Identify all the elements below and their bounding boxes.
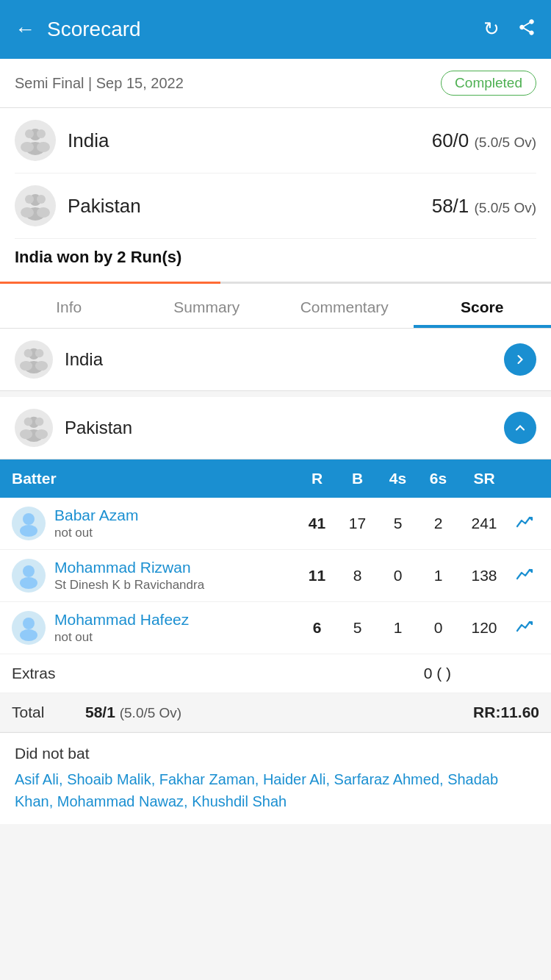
batter-name[interactable]: Mohammad Rizwan bbox=[54, 559, 204, 576]
col-sr-header: SR bbox=[458, 470, 510, 487]
svg-point-23 bbox=[35, 429, 48, 439]
svg-point-17 bbox=[35, 361, 48, 371]
batter-info: Babar Azam not out bbox=[12, 507, 297, 540]
batter-fours: 1 bbox=[378, 619, 418, 637]
batter-runs: 41 bbox=[297, 515, 337, 532]
svg-point-29 bbox=[20, 629, 37, 641]
dnb-label: Did not bat bbox=[15, 745, 536, 762]
svg-point-28 bbox=[23, 618, 35, 629]
batter-info: Mohammad Rizwan St Dinesh K b Ravichandr… bbox=[12, 559, 297, 593]
team1-row: India 60/0 (5.0/5 Ov) bbox=[15, 108, 536, 174]
batter-status: not out bbox=[54, 630, 189, 645]
batter-fours: 5 bbox=[378, 515, 418, 532]
extras-value: 0 ( ) bbox=[424, 665, 451, 682]
batter-sixes: 1 bbox=[418, 567, 458, 584]
svg-point-5 bbox=[37, 142, 50, 152]
batter-sixes: 0 bbox=[418, 619, 458, 637]
svg-point-13 bbox=[24, 349, 32, 357]
svg-point-25 bbox=[20, 525, 37, 537]
pakistan-collapse-button[interactable] bbox=[504, 412, 536, 444]
team1-score: 60/0 (5.0/5 Ov) bbox=[432, 129, 536, 152]
batter-chart-icon[interactable] bbox=[510, 619, 539, 637]
pakistan-avatar bbox=[15, 185, 56, 226]
tab-score[interactable]: Score bbox=[414, 284, 552, 328]
india-innings-header[interactable]: India bbox=[0, 329, 551, 391]
svg-point-14 bbox=[35, 349, 43, 357]
total-label: Total bbox=[12, 704, 85, 721]
batter-avatar bbox=[12, 507, 46, 540]
col-4s-header: 4s bbox=[378, 470, 418, 487]
batter-fours: 0 bbox=[378, 567, 418, 584]
svg-point-24 bbox=[23, 513, 35, 525]
total-rr: RR:11.60 bbox=[473, 704, 539, 721]
section-divider bbox=[0, 391, 551, 397]
svg-point-7 bbox=[25, 195, 34, 204]
total-score: 58/1 (5.0/5 Ov) bbox=[85, 704, 473, 721]
batter-name[interactable]: Mohammad Hafeez bbox=[54, 611, 189, 629]
batter-avatar bbox=[12, 559, 46, 593]
batter-balls: 5 bbox=[337, 619, 378, 637]
batter-balls: 8 bbox=[337, 567, 378, 584]
tab-summary[interactable]: Summary bbox=[138, 284, 276, 328]
batter-row: Mohammad Rizwan St Dinesh K b Ravichandr… bbox=[0, 550, 551, 602]
tab-info[interactable]: Info bbox=[0, 284, 138, 328]
batter-sr: 241 bbox=[458, 515, 510, 532]
india-innings-name: India bbox=[65, 349, 504, 370]
match-meta: Semi Final | Sep 15, 2022 bbox=[15, 75, 184, 92]
svg-point-11 bbox=[37, 207, 50, 218]
batter-sr: 120 bbox=[458, 619, 510, 637]
batter-row: Mohammad Hafeez not out 6 5 1 0 120 bbox=[0, 602, 551, 654]
scorecard-content: India Pakistan Batter bbox=[0, 329, 551, 824]
batting-table-header: Batter R B 4s 6s SR bbox=[0, 459, 551, 498]
header-actions: ↻ bbox=[483, 18, 536, 42]
pakistan-innings-header[interactable]: Pakistan bbox=[0, 397, 551, 459]
team2-name: Pakistan bbox=[68, 195, 432, 218]
india-innings-avatar bbox=[15, 340, 53, 379]
extras-label: Extras bbox=[12, 665, 424, 682]
match-info-bar: Semi Final | Sep 15, 2022 Completed bbox=[0, 59, 551, 108]
batter-runs: 11 bbox=[297, 567, 337, 584]
col-b-header: B bbox=[337, 470, 378, 487]
pakistan-innings-avatar bbox=[15, 409, 53, 447]
dnb-section: Did not bat Asif Ali, Shoaib Malik, Fakh… bbox=[0, 732, 551, 824]
svg-point-4 bbox=[21, 142, 34, 152]
col-r-header: R bbox=[297, 470, 337, 487]
batter-sr: 138 bbox=[458, 567, 510, 584]
share-icon[interactable] bbox=[517, 18, 536, 42]
teams-section: India 60/0 (5.0/5 Ov) Pakistan 58/1 (5.0… bbox=[0, 108, 551, 282]
col-6s-header: 6s bbox=[418, 470, 458, 487]
batter-runs: 6 bbox=[297, 619, 337, 637]
batter-rows: Babar Azam not out 41 17 5 2 241 bbox=[0, 498, 551, 654]
back-button[interactable]: ← bbox=[15, 18, 35, 41]
page-title: Scorecard bbox=[47, 18, 483, 41]
team2-score: 58/1 (5.0/5 Ov) bbox=[432, 195, 536, 218]
col-batter-header: Batter bbox=[12, 470, 297, 487]
batter-chart-icon[interactable] bbox=[510, 515, 539, 533]
svg-point-19 bbox=[24, 418, 32, 426]
svg-point-10 bbox=[21, 207, 34, 218]
svg-point-1 bbox=[25, 129, 34, 138]
batter-status: St Dinesh K b Ravichandra bbox=[54, 578, 204, 593]
svg-point-20 bbox=[35, 418, 43, 426]
batter-status: not out bbox=[54, 526, 138, 540]
batter-chart-icon[interactable] bbox=[510, 567, 539, 585]
svg-point-8 bbox=[37, 195, 46, 204]
header: ← Scorecard ↻ bbox=[0, 0, 551, 59]
batter-balls: 17 bbox=[337, 515, 378, 532]
pakistan-innings-name: Pakistan bbox=[65, 418, 504, 438]
tab-commentary[interactable]: Commentary bbox=[276, 284, 414, 328]
refresh-icon[interactable]: ↻ bbox=[483, 18, 500, 42]
svg-point-2 bbox=[37, 129, 46, 138]
batter-sixes: 2 bbox=[418, 515, 458, 532]
india-expand-button[interactable] bbox=[504, 343, 536, 376]
india-avatar bbox=[15, 120, 56, 161]
svg-point-16 bbox=[20, 361, 32, 371]
status-badge: Completed bbox=[441, 71, 536, 96]
batter-name[interactable]: Babar Azam bbox=[54, 507, 138, 524]
batter-info: Mohammad Hafeez not out bbox=[12, 611, 297, 645]
svg-point-22 bbox=[20, 429, 32, 439]
tabs: Info Summary Commentary Score bbox=[0, 284, 551, 329]
batter-avatar bbox=[12, 611, 46, 645]
team2-row: Pakistan 58/1 (5.0/5 Ov) bbox=[15, 174, 536, 239]
svg-point-26 bbox=[23, 565, 35, 577]
